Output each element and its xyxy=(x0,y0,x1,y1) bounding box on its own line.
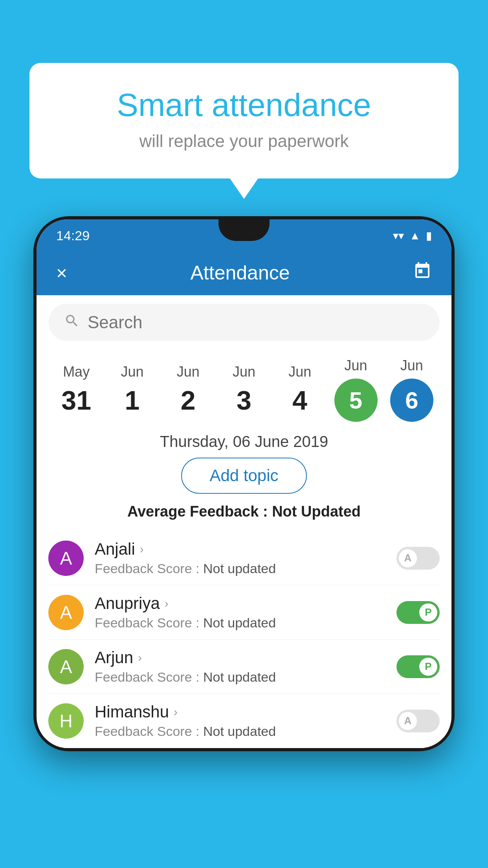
app-bar: × Attendance xyxy=(37,250,451,295)
attendance-toggle[interactable]: P xyxy=(396,601,440,624)
attendance-toggle[interactable]: A xyxy=(396,547,440,570)
student-name: Anupriya › xyxy=(95,594,385,613)
toggle-knob: A xyxy=(399,549,417,567)
date-month: Jun xyxy=(121,364,143,380)
attendance-toggle[interactable]: A xyxy=(396,710,440,732)
date-col[interactable]: May31 xyxy=(53,364,100,416)
toggle-knob: A xyxy=(399,712,417,730)
toggle-knob: P xyxy=(419,658,437,676)
date-day: 6 xyxy=(405,387,418,414)
toggle-container[interactable]: P xyxy=(396,655,440,678)
chevron-icon: › xyxy=(140,542,144,556)
phone: 14:29 ▾▾ ▲ ▮ × Attendance xyxy=(33,216,455,751)
date-col[interactable]: Jun6 xyxy=(388,357,435,422)
student-info: Anjali ›Feedback Score : Not updated xyxy=(95,540,385,576)
student-feedback: Feedback Score : Not updated xyxy=(95,615,385,631)
battery-icon: ▮ xyxy=(426,229,432,242)
date-day: 2 xyxy=(181,385,196,416)
date-col[interactable]: Jun2 xyxy=(165,364,212,416)
date-col[interactable]: Jun4 xyxy=(276,364,323,416)
student-feedback: Feedback Score : Not updated xyxy=(95,561,385,576)
bubble-subtitle: will replace your paperwork xyxy=(61,131,427,151)
app-bar-title: Attendance xyxy=(191,261,290,284)
list-item[interactable]: AAnupriya ›Feedback Score : Not updatedP xyxy=(48,585,440,640)
student-info: Himanshu ›Feedback Score : Not updated xyxy=(95,702,385,739)
attendance-toggle[interactable]: P xyxy=(396,655,440,678)
student-name: Himanshu › xyxy=(95,702,385,721)
phone-wrapper: 14:29 ▾▾ ▲ ▮ × Attendance xyxy=(33,216,455,868)
notch xyxy=(218,219,270,241)
avatar: A xyxy=(48,595,84,630)
date-month: May xyxy=(63,364,90,380)
search-icon xyxy=(64,313,80,332)
chevron-icon: › xyxy=(138,651,142,664)
speech-bubble: Smart attendance will replace your paper… xyxy=(29,63,459,178)
date-strip: May31Jun1Jun2Jun3Jun4Jun5Jun6 xyxy=(37,349,451,422)
calendar-icon[interactable] xyxy=(413,261,432,284)
student-feedback: Feedback Score : Not updated xyxy=(95,724,385,739)
date-day: 1 xyxy=(125,385,140,416)
search-input[interactable] xyxy=(88,313,424,332)
student-name: Anjali › xyxy=(95,540,385,559)
toggle-container[interactable]: A xyxy=(396,547,440,570)
student-name: Arjun › xyxy=(95,648,385,667)
chevron-icon: › xyxy=(165,597,169,610)
add-topic-button[interactable]: Add topic xyxy=(181,458,306,494)
signal-icon: ▲ xyxy=(409,230,420,242)
student-list: AAnjali ›Feedback Score : Not updatedAAA… xyxy=(37,531,451,748)
date-day: 4 xyxy=(292,385,307,416)
list-item[interactable]: AAnjali ›Feedback Score : Not updatedA xyxy=(48,531,440,585)
toggle-container[interactable]: A xyxy=(396,710,440,732)
status-icons: ▾▾ ▲ ▮ xyxy=(393,229,432,242)
avg-feedback: Average Feedback : Not Updated xyxy=(37,503,451,520)
status-bar: 14:29 ▾▾ ▲ ▮ xyxy=(37,219,451,250)
student-info: Arjun ›Feedback Score : Not updated xyxy=(95,648,385,685)
date-month: Jun xyxy=(288,364,311,380)
date-month: Jun xyxy=(177,364,200,380)
date-col[interactable]: Jun5 xyxy=(332,357,380,422)
date-col[interactable]: Jun3 xyxy=(220,364,268,416)
toggle-container[interactable]: P xyxy=(396,601,440,624)
chevron-icon: › xyxy=(174,705,178,719)
date-col[interactable]: Jun1 xyxy=(108,364,156,416)
date-month: Jun xyxy=(400,357,423,374)
search-container[interactable] xyxy=(48,304,440,341)
date-day: 5 xyxy=(349,387,362,414)
avatar: H xyxy=(48,703,84,739)
list-item[interactable]: HHimanshu ›Feedback Score : Not updatedA xyxy=(48,694,440,748)
date-day: 3 xyxy=(237,385,251,416)
wifi-icon: ▾▾ xyxy=(393,229,404,242)
status-time: 14:29 xyxy=(56,228,90,243)
avatar: A xyxy=(48,541,84,576)
selected-date-header: Thursday, 06 June 2019 xyxy=(37,422,451,458)
date-day: 31 xyxy=(61,385,91,416)
avatar: A xyxy=(48,649,84,684)
bubble-title: Smart attendance xyxy=(61,86,427,123)
date-month: Jun xyxy=(345,357,367,374)
close-button[interactable]: × xyxy=(56,262,67,284)
toggle-knob: P xyxy=(419,603,437,622)
student-feedback: Feedback Score : Not updated xyxy=(95,669,385,685)
avg-feedback-label: Average Feedback : xyxy=(127,503,268,520)
student-info: Anupriya ›Feedback Score : Not updated xyxy=(95,594,385,631)
avg-feedback-value: Not Updated xyxy=(272,503,361,520)
list-item[interactable]: AArjun ›Feedback Score : Not updatedP xyxy=(48,640,440,694)
phone-inner: 14:29 ▾▾ ▲ ▮ × Attendance xyxy=(37,219,451,748)
date-month: Jun xyxy=(233,364,255,380)
